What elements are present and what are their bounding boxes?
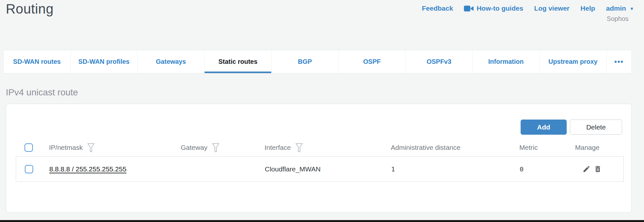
top-nav: Feedback How-to guides Log viewer Help a… — [422, 5, 634, 12]
row-checkbox[interactable] — [25, 165, 33, 173]
cell-manage — [575, 165, 623, 173]
tab-label: SD-WAN profiles — [78, 58, 130, 65]
routing-tabbar: SD-WAN routes SD-WAN profiles Gateways S… — [3, 50, 632, 73]
table-row: 8.8.8.8 / 255.255.255.255 Cloudflare_MWA… — [16, 156, 624, 182]
select-all-checkbox[interactable] — [24, 143, 33, 152]
routing-page: Routing Feedback How-to guides Log viewe… — [0, 0, 644, 222]
help-link[interactable]: Help — [581, 5, 595, 12]
brand-label: Sophos — [607, 15, 629, 23]
filter-funnel-icon[interactable] — [295, 143, 303, 152]
howto-guides-label: How-to guides — [476, 5, 523, 12]
cell-metric: 0 — [520, 165, 575, 173]
tab-bgp[interactable]: BGP — [272, 50, 339, 73]
user-menu-label: admin — [606, 5, 626, 12]
feedback-link-label: Feedback — [422, 5, 453, 12]
page-title: Routing — [6, 1, 53, 17]
filter-funnel-icon[interactable] — [87, 143, 95, 152]
column-label: Interface — [264, 144, 291, 151]
column-header-interface: Interface — [264, 143, 391, 152]
column-header-admin-distance: Administrative distance — [391, 144, 519, 151]
help-label: Help — [581, 5, 595, 12]
column-header-ip-netmask: IP/netmask — [49, 143, 181, 152]
ip-netmask-link[interactable]: 8.8.8.8 / 255.255.255.255 — [49, 165, 126, 173]
window-bottom-edge — [0, 220, 644, 222]
user-menu[interactable]: admin ▼ — [606, 5, 634, 12]
tab-ospfv3[interactable]: OSPFv3 — [406, 50, 473, 73]
tab-label: BGP — [298, 58, 312, 65]
delete-button[interactable]: Delete — [570, 120, 622, 135]
more-tabs-icon: ••• — [614, 58, 624, 66]
chevron-down-icon: ▼ — [630, 6, 634, 11]
log-viewer-label: Log viewer — [534, 5, 570, 12]
cell-interface: Cloudflare_MWAN — [265, 165, 391, 173]
pencil-edit-icon[interactable] — [582, 165, 591, 173]
add-button[interactable]: Add — [521, 120, 567, 135]
cell-ip-netmask: 8.8.8.8 / 255.255.255.255 — [49, 165, 181, 173]
tab-gateways[interactable]: Gateways — [138, 50, 205, 73]
tab-information[interactable]: Information — [473, 50, 540, 73]
tab-upstream-proxy[interactable]: Upstream proxy — [540, 50, 607, 73]
column-header-metric: Metric — [519, 144, 575, 151]
log-viewer-link[interactable]: Log viewer — [534, 5, 570, 12]
tab-sdwan-profiles[interactable]: SD-WAN profiles — [71, 50, 138, 73]
column-label: Manage — [575, 144, 600, 151]
column-header-manage: Manage — [575, 144, 624, 151]
tab-label: OSPFv3 — [427, 58, 451, 65]
static-routes-table: IP/netmask Gateway Interface — [16, 139, 624, 182]
tab-label: SD-WAN routes — [13, 58, 61, 65]
tab-label: Gateways — [156, 58, 186, 65]
column-label: IP/netmask — [49, 144, 83, 151]
tab-more-overflow[interactable]: ••• — [607, 50, 631, 73]
column-label: Administrative distance — [391, 144, 460, 151]
column-label: Gateway — [181, 144, 207, 151]
tab-static-routes[interactable]: Static routes — [205, 50, 272, 73]
table-header-row: IP/netmask Gateway Interface — [16, 139, 624, 156]
tab-ospf[interactable]: OSPF — [339, 50, 406, 73]
column-label: Metric — [519, 144, 538, 151]
tab-label: Upstream proxy — [548, 58, 597, 65]
video-camera-icon — [464, 5, 474, 12]
howto-guides-link[interactable]: How-to guides — [464, 5, 523, 12]
trash-icon[interactable] — [594, 165, 602, 173]
ipv4-unicast-route-panel: Add Delete IP/netmask Gateway — [6, 104, 632, 213]
tab-label: Static routes — [218, 58, 257, 65]
filter-funnel-icon[interactable] — [212, 143, 219, 152]
tab-label: OSPF — [363, 58, 380, 65]
feedback-link[interactable]: Feedback — [422, 5, 453, 12]
cell-admin-distance: 1 — [391, 165, 520, 173]
section-heading: IPv4 unicast route — [6, 87, 78, 98]
tab-sdwan-routes[interactable]: SD-WAN routes — [4, 50, 71, 73]
tab-label: Information — [488, 58, 524, 65]
column-header-gateway: Gateway — [181, 143, 264, 152]
toolbar: Add Delete — [521, 120, 622, 135]
